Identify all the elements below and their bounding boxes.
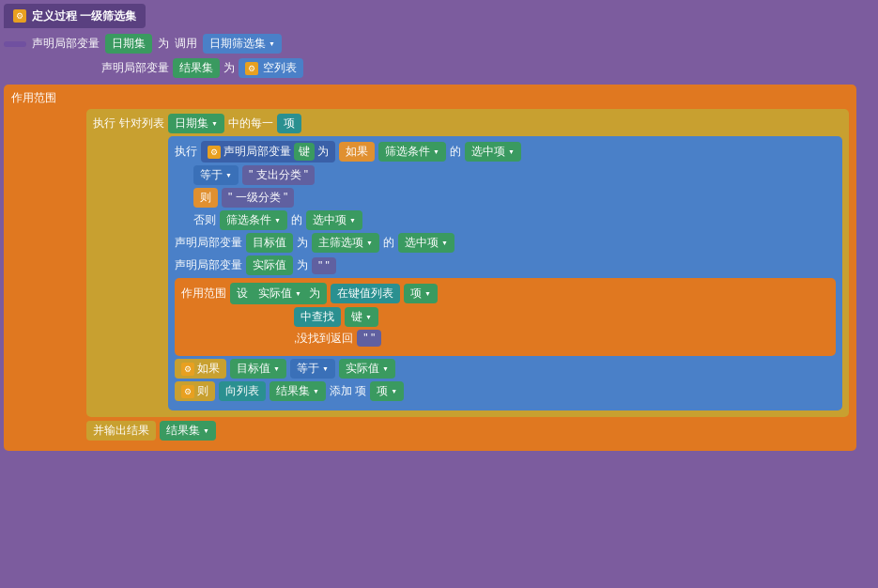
declare-label-3: 声明局部变量 [223, 144, 291, 160]
title-bar: ⚙ 定义过程 一级筛选集 [4, 4, 146, 28]
then2-keyword: ⚙ 则 [175, 381, 215, 401]
dropdown-arr-13: ▼ [322, 365, 329, 372]
dropdown-arr-14: ▼ [382, 365, 389, 372]
key-pill[interactable]: 键 ▼ [345, 307, 378, 327]
result-set-2-label: 结果集 [166, 423, 200, 439]
exec2-label: 执行 [175, 144, 197, 160]
if2-keyword[interactable]: ⚙ 如果 [175, 359, 226, 379]
of-label-2: 的 [291, 212, 302, 228]
empty-list-block[interactable]: ⚙ 空列表 [239, 58, 303, 78]
of-label-1: 的 [450, 144, 461, 160]
dropdown-arr-15: ▼ [313, 388, 319, 395]
dropdown-arr-5: ▼ [274, 217, 281, 224]
filter-cond-2[interactable]: 筛选条件 ▼ [220, 210, 287, 230]
gear-declare-key[interactable]: ⚙ 声明局部变量 键 为 [201, 141, 335, 162]
key-label: 键 [351, 309, 362, 325]
find-kw-pill: 中查找 [294, 307, 341, 327]
dropdown-arr-10: ▼ [424, 290, 431, 297]
add-label: 添加 项 [330, 383, 366, 399]
equals2-pill[interactable]: 等于 ▼ [290, 359, 335, 379]
dropdown-arr-6: ▼ [349, 217, 356, 224]
result-set-2-pill[interactable]: 结果集 ▼ [160, 421, 216, 441]
target-val-label: 目标值 [237, 361, 270, 377]
kv-item-label: 项 [410, 286, 422, 302]
filter-cond-label: 筛选条件 [385, 144, 430, 160]
key-as: 为 [317, 144, 329, 160]
target-var-pill[interactable]: 目标值 [246, 233, 293, 253]
selected-pill-1[interactable]: 选中项 ▼ [465, 142, 521, 162]
back-button[interactable] [4, 41, 26, 47]
selected-pill-3[interactable]: 选中项 ▼ [398, 233, 454, 253]
foreach-list-label: 日期集 [175, 116, 208, 132]
set-actual-pill[interactable]: 设 实际值 ▼ 为 [230, 283, 327, 304]
equals-pill[interactable]: 等于 ▼ [193, 165, 239, 185]
equals-label: 等于 [200, 167, 223, 183]
actual-val-label: 实际值 [346, 361, 379, 377]
actual-var-pill[interactable]: 实际值 [246, 255, 293, 275]
main-filter-pill[interactable]: 主筛选项 ▼ [312, 233, 379, 253]
var-date-set[interactable]: 日期集 [105, 34, 152, 54]
date-set-pill[interactable]: 日期集 ▼ [168, 114, 224, 133]
output-pill[interactable]: 并输出结果 [86, 421, 156, 441]
scope2-label: 作用范围 [181, 286, 226, 302]
filter-cond-1[interactable]: 筛选条件 ▼ [378, 142, 446, 162]
main-filter-label: 主筛选项 [318, 235, 363, 251]
dropdown-arrow-fn: ▼ [269, 40, 275, 47]
actual-var-2[interactable]: 实际值 ▼ [254, 285, 306, 302]
empty-str-2: " " [357, 330, 381, 347]
actual-val-pill[interactable]: 实际值 ▼ [339, 359, 395, 379]
kv-list-block[interactable]: 在键值列表 [331, 284, 400, 303]
as-label-5: 为 [297, 257, 308, 273]
dropdown-arr-3: ▼ [508, 148, 515, 155]
declare-label-1: 声明局部变量 [32, 36, 100, 52]
key-var-pill[interactable]: 键 [294, 143, 315, 161]
dropdown-arr-8: ▼ [441, 240, 448, 246]
foreach-prefix: 针对列表 [119, 116, 164, 132]
scope-label: 作用范围 [11, 90, 56, 106]
result-set-pill[interactable]: 结果集 ▼ [270, 381, 326, 401]
item-pill[interactable]: 项 [277, 114, 301, 133]
dropdown-arr-16: ▼ [391, 388, 397, 395]
declare-label-4: 声明局部变量 [175, 235, 242, 251]
dropdown-arr-2: ▼ [433, 148, 439, 155]
selected-label-1: 选中项 [471, 144, 505, 160]
actual-var-2-label: 实际值 [258, 286, 292, 302]
else-label: 否则 [193, 212, 216, 228]
filter-cond-2-label: 筛选条件 [226, 212, 271, 228]
dropdown-arr-1: ▼ [211, 120, 218, 127]
declare-label-5: 声明局部变量 [175, 257, 242, 273]
fn-date-filter[interactable]: 日期筛选集 ▼ [203, 34, 282, 54]
dropdown-arr-4: ▼ [225, 172, 232, 178]
addlist-pill[interactable]: 向列表 [219, 381, 266, 401]
result-set-label: 结果集 [276, 383, 310, 399]
title-text: 定义过程 一级筛选集 [32, 8, 136, 24]
as-label-2: 为 [223, 60, 235, 76]
var-result-set[interactable]: 结果集 [173, 58, 220, 78]
as-label-4: 为 [297, 235, 308, 251]
item2-pill[interactable]: 项 ▼ [370, 381, 404, 401]
dropdown-arr-7: ▼ [366, 240, 373, 246]
set-label: 设 [237, 286, 248, 302]
execute-label: 执行 [93, 116, 116, 132]
declare-label-2: 声明局部变量 [101, 60, 169, 76]
then-keyword: 则 [193, 188, 218, 208]
empty-list-label: 空列表 [263, 60, 297, 76]
then2-label: 则 [197, 383, 208, 399]
gear-icon-3: ⚙ [208, 146, 221, 159]
selected-label-3: 选中项 [405, 235, 439, 251]
item2-label: 项 [377, 383, 388, 399]
call-label: 调用 [175, 36, 197, 52]
selected-label-2: 选中项 [313, 212, 347, 228]
fn-label: 日期筛选集 [209, 36, 266, 52]
kv-list-label: 在键值列表 [337, 286, 393, 302]
kv-item-pill[interactable]: 项 ▼ [404, 284, 438, 303]
selected-pill-2[interactable]: 选中项 ▼ [306, 210, 362, 230]
dropdown-arr-9: ▼ [295, 290, 301, 297]
target-val-pill[interactable]: 目标值 ▼ [230, 359, 286, 379]
gear-icon-2: ⚙ [245, 62, 258, 75]
foreach-mid: 中的每一 [228, 116, 273, 132]
as-label-1: 为 [158, 36, 169, 52]
if-keyword[interactable]: 如果 [339, 142, 375, 162]
gear-icon: ⚙ [13, 9, 26, 23]
gear-icon-5: ⚙ [181, 385, 194, 398]
